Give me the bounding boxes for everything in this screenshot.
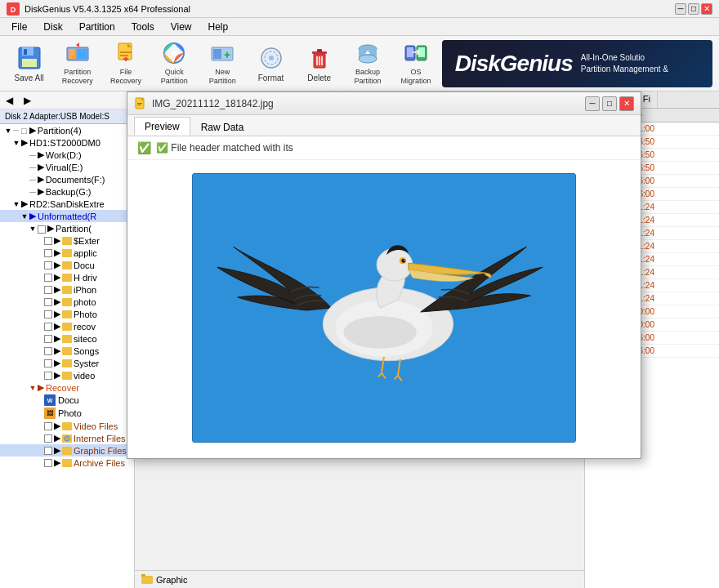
quick-partition-button[interactable]: QuickPartition	[152, 40, 197, 87]
partition-recovery-icon	[65, 41, 91, 65]
tree-item-docu[interactable]: ▶ Docu	[0, 259, 134, 271]
menu-file[interactable]: File	[3, 20, 35, 34]
status-item-graphic: Graphic	[141, 574, 188, 586]
tree-item-system[interactable]: ▶ Syster	[0, 357, 134, 369]
toggle-icon[interactable]: ▼	[3, 126, 13, 136]
tree-item-internet-files[interactable]: ▶ Internet Files	[0, 432, 134, 444]
tree-label: Docu	[74, 261, 95, 270]
modal-image-content	[127, 160, 641, 456]
menu-disk[interactable]: Disk	[35, 20, 70, 34]
toggle-icon[interactable]	[20, 175, 29, 185]
tree-item-work[interactable]: ─ ▶ Work(D:)	[0, 149, 134, 161]
svg-rect-5	[24, 49, 27, 55]
forward-button[interactable]: ▶	[18, 91, 36, 109]
tree-item-recovery[interactable]: ▼ ▶ Recover	[0, 381, 134, 394]
toggle-icon[interactable]	[20, 163, 29, 172]
backup-partition-button[interactable]: BackupPartition	[345, 40, 390, 87]
tree-item-video-files[interactable]: ▶ Video Files	[0, 420, 134, 432]
partition-recovery-button[interactable]: PartitionRecovery	[55, 40, 100, 87]
tree-item-virual[interactable]: ─ ▶ Virual(E:)	[0, 161, 134, 173]
svg-rect-39	[137, 103, 142, 104]
svg-point-46	[401, 259, 405, 263]
brand: DiskGenius All-In-One Solutio Partition …	[442, 40, 712, 87]
svg-rect-8	[77, 49, 87, 59]
back-button[interactable]: ◀	[0, 91, 18, 109]
maximize-btn[interactable]: □	[688, 3, 699, 15]
modal-header-match: ✅ ✅ File header matched with its	[127, 136, 641, 160]
file-recovery-button[interactable]: FileRecovery	[103, 40, 148, 87]
svg-rect-21	[317, 49, 322, 52]
tree-label: Docu	[58, 395, 79, 405]
tree-item-applic[interactable]: ▶ applic	[0, 247, 134, 259]
tagline-line1: All-In-One Solutio	[581, 52, 668, 64]
delete-button[interactable]: Delete	[297, 40, 342, 87]
nav-controls: ◀ ▶	[0, 91, 134, 109]
save-all-button[interactable]: Save All	[7, 40, 51, 87]
minimize-btn[interactable]: ─	[675, 3, 686, 15]
modal-tab-preview[interactable]: Preview	[134, 117, 190, 136]
modal-tab-rawdata[interactable]: Raw Data	[190, 118, 255, 136]
toggle-icon[interactable]: ▼	[11, 138, 21, 148]
tree-item-photo-icon[interactable]: 🖼 Photo	[0, 407, 134, 420]
backup-partition-label: BackupPartition	[354, 68, 381, 86]
toggle-icon[interactable]: ▼	[28, 383, 38, 393]
menu-help[interactable]: Help	[200, 20, 237, 34]
tree-label: video	[74, 371, 95, 381]
tree-item-graphic-files[interactable]: ▶ Graphic Files	[0, 444, 134, 457]
status-graphic-label: Graphic	[156, 575, 188, 585]
close-btn[interactable]: ✕	[701, 3, 712, 15]
format-icon	[258, 45, 284, 71]
disk-header-text: Disk 2 Adapter:USB Model:S	[5, 112, 109, 121]
tree-item-archive-files[interactable]: ▶ Archive Files	[0, 457, 134, 469]
tree-label: Photo	[58, 408, 82, 418]
toggle-icon[interactable]	[20, 150, 29, 160]
svg-rect-4	[22, 59, 37, 67]
tree-item-rd2[interactable]: ▼ ▶ RD2:SanDiskExtre	[0, 198, 134, 210]
tree-item-backup[interactable]: ─ ▶ Backup(G:)	[0, 185, 134, 198]
tree-item-sexter[interactable]: ▶ $Exter	[0, 234, 134, 247]
tree-label: applic	[74, 248, 97, 258]
menu-view[interactable]: View	[163, 20, 200, 34]
svg-rect-36	[141, 574, 145, 577]
modal-title-text: IMG_20211112_181842.jpg	[152, 98, 585, 109]
modal-close-btn[interactable]: ✕	[619, 96, 634, 111]
preview-modal: IMG_20211112_181842.jpg ─ □ ✕ Preview Ra…	[127, 91, 641, 459]
tree-item-video[interactable]: ▶ video	[0, 369, 134, 381]
tree-item-docu-word[interactable]: W Docu	[0, 394, 134, 407]
tree-item-hdriv[interactable]: ▶ H driv	[0, 271, 134, 283]
modal-maximize-btn[interactable]: □	[602, 96, 617, 111]
menu-bar: File Disk Partition Tools View Help	[0, 18, 719, 36]
partition-tree: ▼ ─ □ ▶ Partition(4) ▼ ▶ HD1:ST2000DM0 ─…	[0, 124, 134, 588]
tree-item-photo-lower[interactable]: ▶ photo	[0, 296, 134, 308]
toggle-icon[interactable]: ▼	[28, 224, 38, 234]
modal-window-controls: ─ □ ✕	[585, 96, 634, 111]
new-partition-icon: +	[209, 41, 235, 65]
tree-item-iphone[interactable]: ▶ iPhon	[0, 283, 134, 296]
svg-point-44	[377, 248, 413, 281]
file-recovery-icon	[113, 41, 139, 65]
tree-label: Video Files	[74, 421, 118, 431]
tree-item-recov[interactable]: ▶ recov	[0, 320, 134, 332]
os-migration-button[interactable]: OS Migration	[394, 40, 439, 87]
toggle-icon[interactable]: ▼	[20, 212, 29, 221]
tree-item-partition-sub[interactable]: ▼ ▶ Partition(	[0, 222, 134, 234]
tree-item-hd1[interactable]: ▼ ▶ HD1:ST2000DM0	[0, 136, 134, 149]
toggle-icon[interactable]: ▼	[11, 199, 21, 209]
tree-item-songs[interactable]: ▶ Songs	[0, 345, 134, 357]
tree-item-partition4[interactable]: ▼ ─ □ ▶ Partition(4)	[0, 124, 134, 136]
checkmark-icon: ✅	[137, 141, 151, 154]
svg-text:+: +	[224, 48, 230, 61]
menu-tools[interactable]: Tools	[123, 20, 163, 34]
svg-point-47	[404, 259, 405, 261]
tree-item-unformatted[interactable]: ▼ ▶ Unformatted(R	[0, 210, 134, 222]
tree-item-siteco[interactable]: ▶ siteco	[0, 332, 134, 345]
tree-item-Photo-upper[interactable]: ▶ Photo	[0, 308, 134, 320]
format-button[interactable]: Format	[248, 40, 293, 87]
modal-file-icon	[134, 97, 147, 110]
menu-partition[interactable]: Partition	[71, 20, 123, 34]
new-partition-button[interactable]: + NewPartition	[200, 40, 245, 87]
toggle-icon[interactable]	[20, 187, 29, 197]
modal-minimize-btn[interactable]: ─	[585, 96, 600, 111]
app-title: DiskGenius V5.4.3.1325 x64 Professional	[25, 4, 675, 14]
tree-item-documents[interactable]: ─ ▶ Documents(F:)	[0, 173, 134, 185]
